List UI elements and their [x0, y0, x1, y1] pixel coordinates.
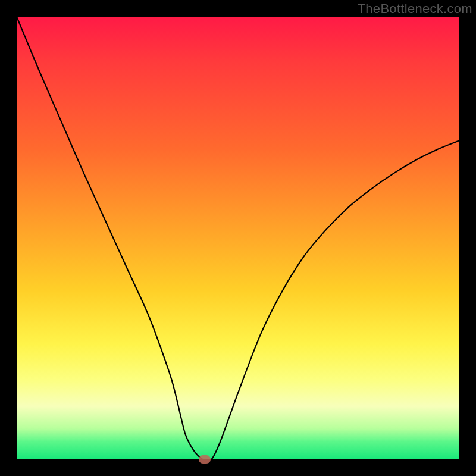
watermark-text: TheBottleneck.com — [358, 1, 472, 17]
optimal-point-marker — [199, 455, 211, 464]
bottleneck-curve — [17, 17, 459, 459]
chart-frame: TheBottleneck.com — [0, 0, 476, 476]
